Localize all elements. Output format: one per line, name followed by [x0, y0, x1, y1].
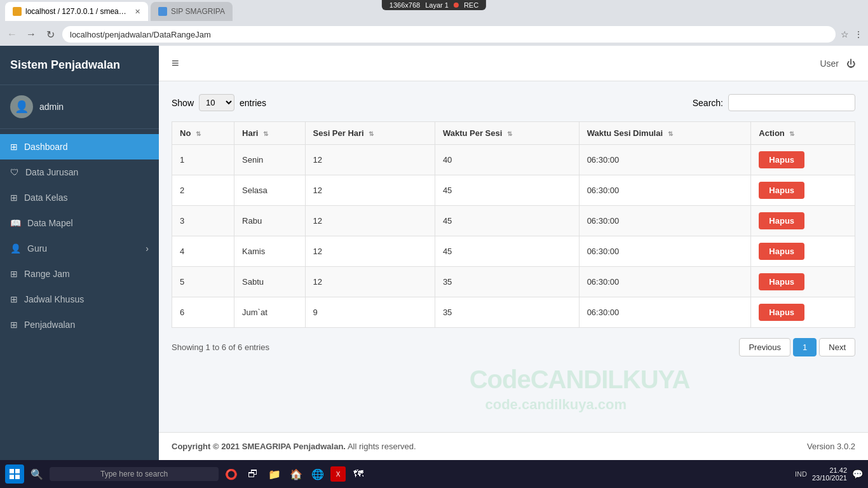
rec-label: REC — [464, 1, 478, 9]
tab-favicon-2 — [158, 7, 167, 16]
watermark: CodeCANDILKUYA — [470, 365, 690, 394]
footer-copyright: Copyright © 2021 SMEAGRIPA Penjadwalan. … — [172, 442, 416, 451]
footer-version: Version 3.0.2 — [807, 442, 855, 451]
cell-waktu-per-sesi: 35 — [435, 297, 579, 328]
cell-waktu-per-sesi: 45 — [435, 206, 579, 236]
cell-waktu-per-sesi: 45 — [435, 236, 579, 267]
sort-no-icon: ⇅ — [196, 130, 201, 137]
guru-icon: 👤 — [10, 243, 21, 254]
taskbar-chrome[interactable]: 🌐 — [309, 465, 327, 483]
hapus-button[interactable]: Hapus — [759, 243, 804, 260]
tab-label-1: localhost / 127.0.0.1 / smeagripa — [25, 7, 127, 16]
power-icon[interactable]: ⏻ — [846, 58, 855, 69]
cell-action: Hapus — [751, 145, 855, 175]
chevron-right-icon: › — [146, 243, 149, 254]
next-button[interactable]: Next — [819, 338, 855, 356]
hapus-button[interactable]: Hapus — [759, 273, 804, 290]
sidebar-nav: ⊞ Dashboard 🛡 Data Jurusan ⊞ Data Kelas … — [0, 129, 159, 460]
search-box: Search: — [693, 94, 855, 111]
sidebar-item-label-penjadwalan: Penjadwalan — [24, 320, 75, 330]
table-row: 3 Rabu 12 45 06:30:00 Hapus — [172, 206, 855, 236]
range-jam-icon: ⊞ — [10, 269, 18, 279]
search-taskbar[interactable]: 🔍 — [28, 465, 46, 483]
cell-action: Hapus — [751, 206, 855, 236]
show-entries: Show 10 25 50 100 entries — [172, 94, 266, 111]
col-header-sesi-per-hari[interactable]: Sesi Per Hari ⇅ — [305, 122, 435, 145]
taskbar-task-view[interactable]: 🗗 — [244, 465, 262, 483]
cell-sesi-per-hari: 12 — [305, 206, 435, 236]
taskbar-app1[interactable]: X — [330, 466, 346, 482]
taskbar-left: 🔍 Type here to search ⭕ 🗗 📁 🏠 🌐 X 🗺 — [5, 464, 367, 484]
tab-favicon-1 — [13, 7, 22, 16]
menu-button[interactable]: ⋮ — [854, 29, 863, 39]
col-header-action[interactable]: Action ⇅ — [751, 122, 855, 145]
footer: Copyright © 2021 SMEAGRIPA Penjadwalan. … — [159, 432, 868, 460]
refresh-button[interactable]: ↻ — [43, 27, 57, 41]
table-row: 2 Selasa 12 45 06:30:00 Hapus — [172, 175, 855, 206]
taskbar-search-box[interactable]: Type here to search — [50, 467, 219, 481]
sort-action-icon: ⇅ — [789, 130, 794, 137]
tab-inactive[interactable]: SIP SMAGRIPA — [151, 2, 233, 21]
tab-label-2: SIP SMAGRIPA — [171, 7, 225, 16]
sidebar-item-penjadwalan[interactable]: ⊞ Penjadwalan — [0, 312, 159, 337]
search-label: Search: — [693, 98, 723, 108]
sidebar-item-label-range-jam: Range Jam — [24, 269, 70, 279]
table-header-row: No ⇅ Hari ⇅ Sesi Per Hari ⇅ Waktu Per — [172, 122, 855, 145]
sidebar-item-label-guru: Guru — [27, 243, 47, 254]
col-header-no[interactable]: No ⇅ — [172, 122, 234, 145]
hamburger-button[interactable]: ≡ — [172, 56, 179, 71]
watermark-sub: code.candilkuya.com — [485, 396, 627, 413]
tab-active[interactable]: localhost / 127.0.0.1 / smeagripa ✕ — [5, 2, 148, 21]
sort-sesi-icon: ⇅ — [369, 130, 374, 137]
taskbar-file-manager[interactable]: 📁 — [266, 465, 283, 483]
col-header-hari[interactable]: Hari ⇅ — [234, 122, 305, 145]
cell-hari[interactable]: Jum`at — [234, 297, 305, 328]
sidebar-item-guru[interactable]: 👤 Guru › — [0, 236, 159, 261]
sidebar-item-range-jam[interactable]: ⊞ Range Jam — [0, 261, 159, 287]
cell-waktu-sesi-dimulai: 06:30:00 — [579, 297, 751, 328]
taskbar-maps[interactable]: 🗺 — [349, 465, 367, 483]
taskbar-store[interactable]: 🏠 — [287, 465, 305, 483]
hapus-button[interactable]: Hapus — [759, 151, 804, 168]
page-1-button[interactable]: 1 — [793, 338, 817, 356]
jadwal-khusus-icon: ⊞ — [10, 294, 18, 304]
col-header-waktu-per-sesi[interactable]: Waktu Per Sesi ⇅ — [435, 122, 579, 145]
previous-button[interactable]: Previous — [739, 338, 790, 356]
sidebar-item-dashboard[interactable]: ⊞ Dashboard — [0, 134, 159, 159]
forward-button[interactable]: → — [24, 27, 38, 41]
sort-hari-icon: ⇅ — [263, 130, 268, 137]
tab-close-1[interactable]: ✕ — [135, 8, 140, 16]
topbar: ≡ User ⏻ — [159, 46, 868, 81]
sidebar-item-label-data-kelas: Data Kelas — [24, 193, 67, 203]
sidebar-item-label-data-jurusan: Data Jurusan — [25, 167, 78, 177]
table-row: 1 Senin 12 40 06:30:00 Hapus — [172, 145, 855, 175]
sidebar-item-jadwal-khusus[interactable]: ⊞ Jadwal Khusus — [0, 287, 159, 312]
cell-hari: Selasa — [234, 175, 305, 206]
cell-no: 5 — [172, 267, 234, 297]
address-bar[interactable]: localhost/penjadwalan/DataRangeJam — [62, 26, 836, 43]
sidebar-item-data-kelas[interactable]: ⊞ Data Kelas — [0, 185, 159, 210]
address-text: localhost/penjadwalan/DataRangeJam — [70, 30, 211, 39]
cell-hari[interactable]: Senin — [234, 145, 305, 175]
main-content: ≡ User ⏻ Show 10 25 50 100 entries — [159, 46, 868, 460]
cell-action: Hapus — [751, 297, 855, 328]
cell-waktu-per-sesi: 45 — [435, 175, 579, 206]
search-input[interactable] — [728, 94, 855, 111]
back-button[interactable]: ← — [5, 27, 19, 41]
hapus-button[interactable]: Hapus — [759, 304, 804, 321]
taskbar-lang: IND — [795, 470, 807, 478]
cell-hari[interactable]: Sabtu — [234, 267, 305, 297]
sidebar-item-data-mapel[interactable]: 📖 Data Mapel — [0, 210, 159, 236]
start-button[interactable] — [5, 464, 24, 484]
cell-no: 4 — [172, 236, 234, 267]
entries-select[interactable]: 10 25 50 100 — [199, 94, 234, 111]
sidebar-item-data-jurusan[interactable]: 🛡 Data Jurusan — [0, 159, 159, 185]
taskbar-time: 21.42 23/10/2021 — [812, 466, 847, 482]
bookmark-button[interactable]: ☆ — [841, 29, 849, 39]
cell-hari[interactable]: Rabu — [234, 206, 305, 236]
notification-icon[interactable]: 💬 — [852, 469, 863, 479]
hapus-button[interactable]: Hapus — [759, 182, 804, 199]
hapus-button[interactable]: Hapus — [759, 212, 804, 229]
taskbar-cortana[interactable]: ⭕ — [222, 465, 240, 483]
col-header-waktu-sesi-dimulai[interactable]: Waktu Sesi Dimulai ⇅ — [579, 122, 751, 145]
